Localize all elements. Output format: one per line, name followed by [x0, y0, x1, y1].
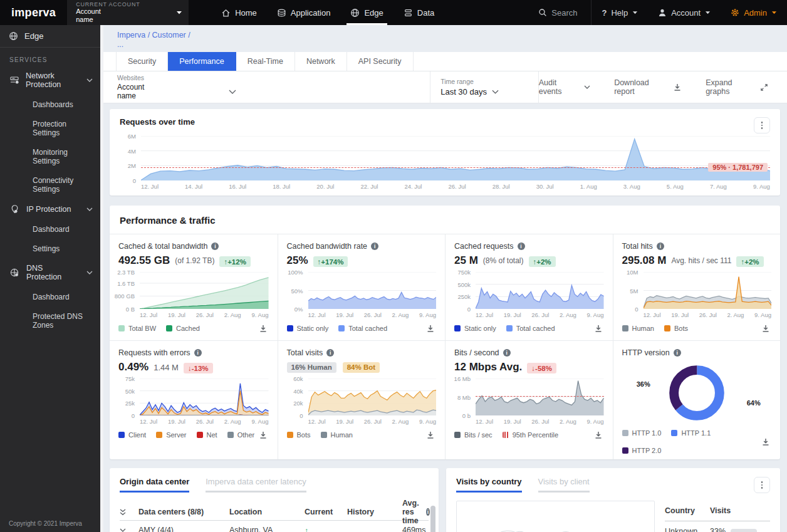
- legend-item[interactable]: Bots: [664, 325, 688, 332]
- download-icon[interactable]: [425, 429, 436, 441]
- tab-visits-by-client[interactable]: Visits by client: [538, 477, 590, 493]
- legend-item[interactable]: Total cached: [338, 325, 387, 332]
- current-account-label: CURRENT ACCOUNT: [76, 1, 176, 8]
- panel-menu-button[interactable]: [754, 117, 770, 133]
- panel-menu-button[interactable]: [754, 477, 770, 493]
- sidebar-item-dashboards[interactable]: Dashboards: [0, 95, 100, 114]
- tab-api-security[interactable]: API Security: [347, 52, 414, 71]
- nav-label: Home: [235, 8, 257, 18]
- info-icon[interactable]: i: [657, 243, 664, 250]
- legend-item[interactable]: Cached: [166, 325, 200, 332]
- sidebar-item-monitoring-settings[interactable]: Monitoring Settings: [0, 142, 100, 170]
- help-menu[interactable]: ? Help: [592, 0, 648, 25]
- metric-badge: ↓-58%: [527, 363, 556, 373]
- info-icon[interactable]: i: [503, 349, 511, 357]
- download-icon[interactable]: [593, 323, 604, 334]
- table-scrollbar[interactable]: [430, 506, 435, 532]
- info-icon[interactable]: i: [194, 349, 202, 357]
- legend-item[interactable]: Static only: [454, 325, 496, 332]
- tab-origin-data-center[interactable]: Origin data center: [120, 477, 189, 493]
- tab-performance[interactable]: Performance: [168, 52, 236, 71]
- legend-item[interactable]: HTTP 1.0: [622, 429, 662, 437]
- search-button[interactable]: Search: [528, 0, 592, 25]
- network-protection-icon: [9, 75, 19, 85]
- current-account-selector[interactable]: CURRENT ACCOUNT Account name: [67, 0, 189, 25]
- legend-item[interactable]: Total BW: [118, 325, 156, 332]
- table-row[interactable]: Unknown 33%: [665, 521, 770, 532]
- breadcrumb-overflow[interactable]: ...: [117, 40, 787, 49]
- sidebar-group-label: IP Protection: [26, 205, 71, 214]
- account-label: Account: [671, 8, 701, 18]
- legend-item[interactable]: Net: [197, 431, 217, 439]
- info-icon[interactable]: i: [518, 243, 525, 250]
- chevron-down-icon[interactable]: [120, 528, 138, 532]
- breadcrumb-link[interactable]: Imperva / Customer /: [117, 31, 787, 39]
- legend-label: HTTP 1.0: [632, 429, 662, 437]
- info-icon[interactable]: i: [211, 243, 219, 250]
- top-navigation-bar: imperva CURRENT ACCOUNT Account name Hom…: [0, 0, 787, 25]
- tab-security[interactable]: Security: [116, 52, 168, 71]
- sidebar-item-connectivity-settings[interactable]: Connectivity Settings: [0, 170, 100, 199]
- tab-network[interactable]: Network: [295, 52, 347, 71]
- sidebar-item-ip-settings[interactable]: Settings: [0, 239, 100, 258]
- tab-imperva-dc-latency[interactable]: Imperva data center latency: [206, 477, 306, 493]
- expand-all-icon[interactable]: [120, 509, 138, 516]
- legend-item[interactable]: HTTP 2.0: [622, 447, 662, 454]
- tab-real-time[interactable]: Real-Time: [236, 52, 295, 71]
- audit-events-dropdown[interactable]: Audit events: [539, 78, 590, 96]
- admin-label: Admin: [744, 8, 767, 18]
- table-row[interactable]: AMY (4/4) Ashburn, VA ↑ 469ms: [120, 521, 429, 532]
- breadcrumb: Imperva / Customer / ...: [103, 25, 787, 52]
- card-value: 25 M: [454, 254, 478, 267]
- card-cached-total-bandwidth: Cached & total bandwidthi 492.55 GB(of 1…: [110, 234, 278, 340]
- sidebar-scrollbar[interactable]: [100, 25, 103, 532]
- legend-item[interactable]: 95th Percentile: [503, 431, 558, 439]
- download-report-button[interactable]: Download report: [614, 78, 682, 96]
- nav-edge[interactable]: Edge: [340, 0, 393, 25]
- info-icon[interactable]: i: [326, 349, 334, 357]
- legend-item[interactable]: Total cached: [506, 325, 555, 332]
- legend-item[interactable]: Client: [118, 431, 146, 439]
- nav-data[interactable]: Data: [394, 0, 444, 25]
- download-icon[interactable]: [258, 323, 269, 334]
- nav-application[interactable]: Application: [267, 0, 341, 25]
- sidebar-item-ip-protection[interactable]: IP Protection: [0, 199, 100, 219]
- expand-graphs-button[interactable]: Expand graphs: [706, 78, 768, 96]
- websites-select[interactable]: Account name: [117, 83, 236, 101]
- legend-item[interactable]: Other: [227, 431, 255, 439]
- bits-per-second-chart: 16 Mb8 Mb0 b12. Jul19. Jul26. Jul2. Aug9…: [454, 378, 604, 425]
- sidebar-item-edge[interactable]: Edge: [0, 25, 100, 48]
- sidebar-item-dns-protection[interactable]: DNS Protection: [0, 258, 100, 287]
- legend-item[interactable]: Bots: [287, 431, 311, 439]
- metric-badge: ↑+2%: [736, 256, 763, 267]
- download-icon[interactable]: [593, 429, 604, 441]
- info-icon[interactable]: i: [371, 243, 378, 250]
- legend-item[interactable]: Human: [321, 431, 353, 439]
- legend-label: Other: [237, 431, 255, 439]
- total-visits-chart: 60k40k20k012. Jul19. Jul26. Jul2. Aug9. …: [287, 378, 437, 425]
- download-icon[interactable]: [425, 323, 436, 334]
- download-icon[interactable]: [760, 436, 771, 447]
- info-icon[interactable]: i: [674, 349, 681, 357]
- sidebar-item-protected-dns-zones[interactable]: Protected DNS Zones: [0, 306, 100, 335]
- sidebar-item-dns-dashboard[interactable]: Dashboard: [0, 287, 100, 306]
- sidebar-item-network-protection[interactable]: Network Protection: [0, 66, 100, 95]
- legend-item[interactable]: Human: [622, 325, 654, 332]
- nav-home[interactable]: Home: [211, 0, 267, 25]
- download-icon[interactable]: [760, 323, 771, 334]
- legend-item[interactable]: HTTP 1.1: [671, 429, 711, 437]
- legend-swatch: [156, 432, 162, 438]
- legend-swatch: [227, 432, 234, 438]
- time-range-select[interactable]: Last 30 days: [440, 87, 538, 96]
- admin-menu[interactable]: Admin: [721, 0, 787, 25]
- chevron-down-icon: [229, 90, 236, 94]
- tab-visits-by-country[interactable]: Visits by country: [456, 477, 522, 493]
- legend-item[interactable]: Static only: [287, 325, 329, 332]
- legend-item[interactable]: Bits / sec: [454, 431, 493, 439]
- sidebar-item-ip-dashboard[interactable]: Dashboard: [0, 219, 100, 239]
- sidebar-item-protection-settings[interactable]: Protection Settings: [0, 114, 100, 142]
- account-menu[interactable]: Account: [648, 0, 721, 25]
- download-icon[interactable]: [258, 429, 269, 441]
- info-icon[interactable]: i: [426, 508, 429, 516]
- legend-item[interactable]: Server: [156, 431, 186, 439]
